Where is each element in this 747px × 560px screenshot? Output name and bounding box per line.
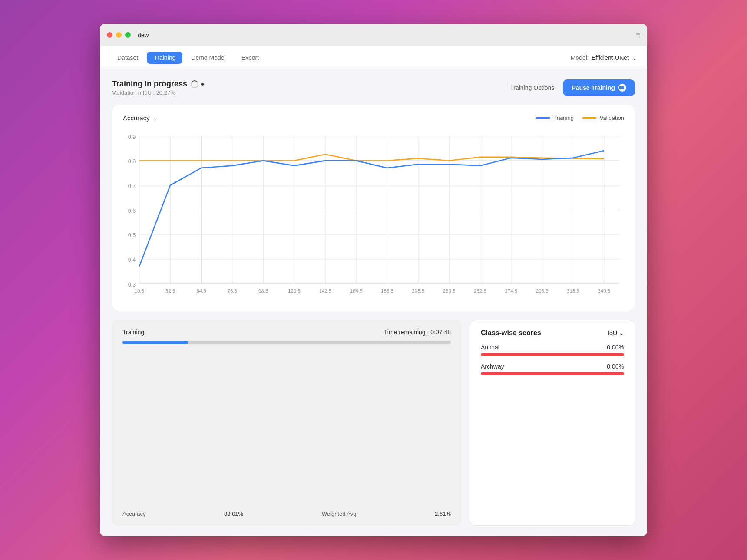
accuracy-value: 83.01% — [224, 511, 243, 517]
class-archway-header: Archway 0.00% — [481, 363, 624, 370]
class-animal-bar-bg — [481, 353, 624, 356]
window-title: dew — [138, 32, 635, 39]
tab-export[interactable]: Export — [235, 52, 266, 64]
validation-line — [139, 154, 604, 161]
svg-text:296.5: 296.5 — [536, 288, 549, 293]
accuracy-label: Accuracy — [122, 511, 145, 517]
spinner-icon — [191, 80, 198, 88]
chart-legend: Training Validation — [536, 115, 624, 121]
status-left: Training in progress Validation mIoU : 2… — [112, 79, 204, 96]
status-right: Training Options Pause Training — [510, 79, 635, 96]
svg-text:0.3: 0.3 — [128, 282, 136, 288]
close-button[interactable] — [107, 32, 112, 38]
progress-bar-fill — [122, 341, 188, 344]
pause-icon — [618, 84, 626, 92]
svg-text:274.5: 274.5 — [505, 288, 517, 293]
bottom-section: Training Time remaining : 0:07:48 Accura… — [112, 320, 635, 526]
svg-text:340.5: 340.5 — [598, 288, 610, 293]
training-label: Training — [122, 329, 144, 336]
chart-card: Accuracy ⌄ Training Validation — [112, 105, 635, 311]
class-scores-title: Class-wise scores — [481, 329, 541, 337]
svg-text:10.5: 10.5 — [135, 288, 144, 293]
accuracy-chart: 0.9 0.8 0.7 0.6 0.5 0.4 0.3 — [123, 128, 624, 302]
maximize-button[interactable] — [125, 32, 131, 38]
nav-tabs: Dataset Training Demo Model Export — [110, 52, 571, 64]
pause-bar-left — [619, 86, 621, 89]
class-row-archway: Archway 0.00% — [481, 363, 624, 375]
svg-text:230.5: 230.5 — [443, 288, 456, 293]
svg-text:54.5: 54.5 — [196, 288, 206, 293]
pause-training-button[interactable]: Pause Training — [563, 79, 635, 96]
class-animal-name: Animal — [481, 344, 499, 351]
svg-text:142.5: 142.5 — [319, 288, 331, 293]
accuracy-row: Accuracy 83.01% Weighted Avg 2.61% — [122, 511, 451, 517]
pause-bar-right — [621, 86, 623, 89]
svg-text:0.6: 0.6 — [128, 208, 136, 214]
svg-text:32.5: 32.5 — [165, 288, 175, 293]
training-options-link[interactable]: Training Options — [510, 84, 554, 91]
pause-button-label: Pause Training — [572, 84, 615, 91]
titlebar: dew ≡ — [100, 24, 647, 46]
svg-text:318.5: 318.5 — [567, 288, 579, 293]
progress-header: Training Time remaining : 0:07:48 — [122, 329, 451, 336]
svg-text:0.8: 0.8 — [128, 158, 136, 165]
svg-text:0.4: 0.4 — [128, 257, 136, 263]
class-archway-name: Archway — [481, 363, 504, 370]
weighted-avg-value: 2.61% — [435, 511, 451, 517]
progress-bar-background — [122, 341, 451, 344]
chevron-down-icon[interactable]: ⌄ — [631, 54, 637, 61]
main-content: Training in progress Validation mIoU : 2… — [100, 69, 647, 536]
model-selector[interactable]: Model: Efficient-UNet ⌄ — [571, 54, 637, 61]
class-scores-card: Class-wise scores IoU ⌄ Animal 0.00% — [470, 320, 635, 526]
traffic-lights — [107, 32, 131, 38]
svg-text:98.5: 98.5 — [258, 288, 268, 293]
status-bar: Training in progress Validation mIoU : 2… — [112, 79, 635, 96]
chevron-down-icon: ⌄ — [152, 114, 158, 122]
training-progress-card: Training Time remaining : 0:07:48 Accura… — [112, 320, 461, 526]
validation-line-icon — [582, 117, 596, 119]
svg-text:120.5: 120.5 — [288, 288, 301, 293]
main-window: dew ≡ Dataset Training Demo Model Export… — [100, 24, 647, 536]
pause-icon-inner — [619, 86, 623, 89]
chart-header: Accuracy ⌄ Training Validation — [123, 114, 624, 122]
chart-type-label: Accuracy — [123, 114, 150, 122]
legend-validation-label: Validation — [600, 115, 624, 121]
training-line — [139, 151, 604, 266]
tab-dataset[interactable]: Dataset — [110, 52, 145, 64]
chevron-down-icon: ⌄ — [619, 329, 624, 336]
svg-text:0.7: 0.7 — [128, 183, 136, 189]
svg-text:164.5: 164.5 — [350, 288, 363, 293]
menu-icon[interactable]: ≡ — [635, 30, 640, 40]
tab-demo-model[interactable]: Demo Model — [184, 52, 232, 64]
iou-label: IoU — [608, 329, 617, 336]
svg-text:76.5: 76.5 — [228, 288, 237, 293]
class-archway-bar-bg — [481, 372, 624, 375]
model-label: Model: — [571, 54, 589, 61]
class-archway-bar-fill — [481, 372, 624, 375]
navbar: Dataset Training Demo Model Export Model… — [100, 46, 647, 69]
tab-training[interactable]: Training — [147, 52, 182, 64]
class-row-animal: Animal 0.00% — [481, 344, 624, 356]
chart-container: 0.9 0.8 0.7 0.6 0.5 0.4 0.3 — [123, 128, 624, 302]
legend-training: Training — [536, 115, 573, 121]
training-line-icon — [536, 117, 550, 119]
status-subtitle: Validation mIoU : 20.27% — [112, 89, 204, 96]
iou-dropdown[interactable]: IoU ⌄ — [608, 329, 624, 336]
spinner-dot-icon — [201, 83, 204, 86]
svg-text:186.5: 186.5 — [381, 288, 393, 293]
weighted-avg-label: Weighted Avg — [322, 511, 357, 517]
time-remaining: Time remaining : 0:07:48 — [384, 329, 451, 336]
minimize-button[interactable] — [116, 32, 122, 38]
legend-validation: Validation — [582, 115, 624, 121]
model-name: Efficient-UNet — [592, 54, 629, 61]
class-animal-score: 0.00% — [607, 344, 624, 351]
legend-training-label: Training — [553, 115, 573, 121]
class-archway-score: 0.00% — [607, 363, 624, 370]
status-title-text: Training in progress — [112, 79, 187, 89]
status-title: Training in progress — [112, 79, 204, 89]
svg-text:0.9: 0.9 — [128, 134, 136, 140]
svg-text:252.5: 252.5 — [474, 288, 486, 293]
chart-type-dropdown[interactable]: Accuracy ⌄ — [123, 114, 158, 122]
svg-text:0.5: 0.5 — [128, 232, 136, 238]
class-animal-header: Animal 0.00% — [481, 344, 624, 351]
